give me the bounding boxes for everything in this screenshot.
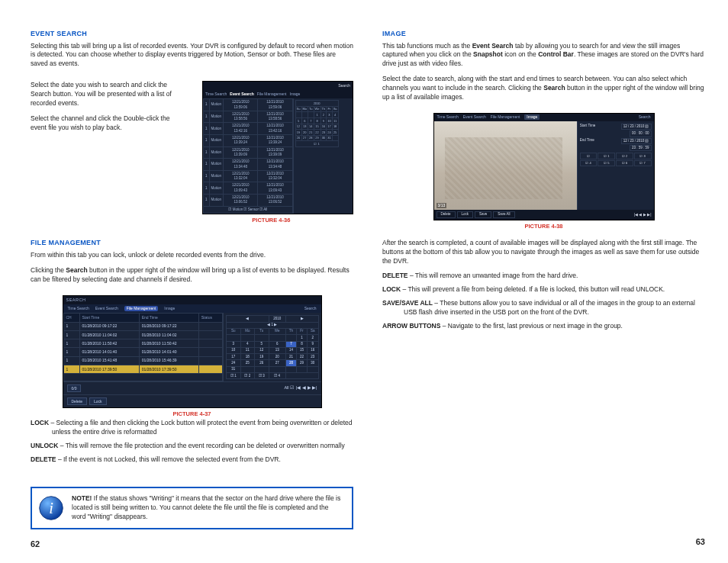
ss37-tab-file: File Management bbox=[124, 306, 159, 311]
ss38-saveall: Save All bbox=[493, 211, 514, 218]
ss36-table: 1Motion12/21/2010 13:59:0612/21/2010 13:… bbox=[203, 98, 293, 214]
note-box: i NOTE! If the status shows "Writing" it… bbox=[31, 487, 353, 529]
file-mgmt-p2: Clicking the Search button in the upper … bbox=[31, 266, 353, 285]
left-column: EVENT SEARCH Selecting this tab will bri… bbox=[31, 29, 353, 548]
ss36-tab-event: Event Search bbox=[230, 92, 254, 97]
ss38-start-label: Start Time bbox=[580, 124, 596, 130]
def-arrow-r: ARROW BUTTONS – Navigate to the first, l… bbox=[382, 322, 705, 331]
info-icon: i bbox=[38, 495, 64, 521]
ss36-tab-file: File Management bbox=[257, 92, 287, 97]
ss38-end-time: 23 : 59 : 59 bbox=[630, 145, 652, 151]
image-p2: Select the date to search, along with th… bbox=[382, 75, 705, 102]
screenshot-4-37: SEARCH Time Search Event Search File Man… bbox=[63, 295, 322, 409]
page-number-left: 62 bbox=[31, 529, 353, 550]
screenshot-4-36: Search Time Search Event Search File Man… bbox=[202, 81, 353, 214]
heading-event-search: EVENT SEARCH bbox=[31, 29, 353, 39]
def-unlock: UNLOCK – This will remove the file prote… bbox=[31, 442, 353, 451]
ss38-footer: Delete Lock Save Save All |◀ ◀ ▶ ▶| bbox=[434, 210, 654, 220]
ss38-channels: ☑☑ 1☑ 2☑ 3 ☑ 4☑ 5☑ 6☑ 7 bbox=[580, 153, 652, 166]
ss38-lock: Lock bbox=[457, 211, 474, 218]
ss38-save: Save bbox=[475, 211, 491, 218]
ss38-side: Start Time12 / 23 / 2010 ▧ 00 : 00 : 00 … bbox=[577, 121, 654, 210]
figure-4-36-text: Select the date you wish to search and c… bbox=[31, 81, 180, 138]
right-column: IMAGE This tab functions much as the Eve… bbox=[382, 29, 705, 548]
ss37-tabs: Time Search Event Search File Management… bbox=[63, 304, 321, 313]
figure-4-37-wrap: SEARCH Time Search Event Search File Man… bbox=[31, 291, 353, 419]
ss38-tab-time: Time Search bbox=[437, 114, 459, 120]
ss37-nav: |◀ ◀ ▶ ▶| bbox=[296, 385, 317, 391]
ss37-search: Search bbox=[304, 306, 317, 311]
ss38-counter: 3/13 bbox=[436, 203, 447, 208]
caption-4-36: PICTURE 4-36 bbox=[189, 217, 353, 225]
ss36-tab-image: Image bbox=[290, 92, 301, 97]
ss38-nav: |◀ ◀ ▶ ▶| bbox=[634, 212, 652, 217]
ss37-table: CHStart TimeEnd TimeStatus 101/28/2010 0… bbox=[63, 313, 224, 381]
heading-file-management: FILE MANAGEMENT bbox=[31, 238, 353, 248]
ss37-tab-time: Time Search bbox=[68, 306, 89, 311]
ss36-search: Search bbox=[338, 83, 350, 88]
ss37-header: SEARCH bbox=[63, 296, 321, 305]
ss38-tab-event: Event Search bbox=[463, 114, 486, 120]
ss38-end-label: End Time bbox=[580, 138, 594, 144]
ss37-footer: 0/0 All ☑ |◀ ◀ ▶ ▶| bbox=[63, 381, 321, 394]
ss37-page: 0/0 bbox=[67, 384, 82, 392]
ss37-footer2: Delete Lock bbox=[63, 394, 321, 407]
ss38-start-date: 12 / 23 / 2010 ▧ bbox=[621, 124, 652, 130]
ss36-tabs: Time Search Event Search File Management… bbox=[203, 90, 353, 98]
ss37-side: ◀2010▶ ◀ 1 ▶ SuMoTuWeThFrSa 12 3456789 1… bbox=[223, 313, 321, 381]
ss38-preview-image: 3/13 bbox=[434, 121, 577, 210]
figure-4-36-wrap: Search Time Search Event Search File Man… bbox=[189, 81, 353, 224]
ss37-all: All ☑ bbox=[284, 385, 294, 391]
ss38-delete: Delete bbox=[436, 211, 456, 218]
ss38-tabs: Time Search Event Search File Management… bbox=[434, 114, 654, 121]
heading-image: IMAGE bbox=[382, 29, 705, 39]
def-lock-r: LOCK – This will prevent a file from bei… bbox=[382, 285, 705, 294]
caption-4-38: PICTURE 4-38 bbox=[382, 223, 705, 231]
caption-4-37: PICTURE 4-37 bbox=[31, 410, 353, 419]
event-search-p1: Selecting this tab will bring up a list … bbox=[31, 42, 353, 69]
ss37-tab-image: Image bbox=[164, 306, 175, 311]
page-number-right: 63 bbox=[382, 527, 705, 548]
def-delete-r: DELETE – This will remove an unwanted im… bbox=[382, 272, 705, 281]
ss37-delete: Delete bbox=[67, 397, 87, 405]
ss38-end-date: 12 / 23 / 2010 ▧ bbox=[621, 138, 652, 144]
file-mgmt-p1: From within this tab you can lock, unloc… bbox=[31, 251, 353, 260]
ss38-tab-file: File Management bbox=[491, 114, 520, 120]
ss38-start-time: 00 : 00 : 00 bbox=[630, 130, 652, 137]
figure-4-38-wrap: Time Search Event Search File Management… bbox=[382, 108, 705, 231]
image-after: After the search is completed, a count o… bbox=[382, 239, 705, 266]
svg-text:i: i bbox=[49, 500, 53, 516]
ss37-lock: Lock bbox=[89, 397, 107, 405]
event-search-p2: Select the date you wish to search and c… bbox=[31, 81, 180, 108]
def-save-r: SAVE/SAVE ALL – These buttons allow you … bbox=[382, 299, 705, 317]
ss37-tab-event: Event Search bbox=[95, 306, 118, 311]
figure-4-36-row: Select the date you wish to search and c… bbox=[31, 81, 353, 224]
ss38-search: Search bbox=[639, 114, 651, 120]
def-delete: DELETE – If the event is not Locked, thi… bbox=[31, 455, 353, 465]
ss38-tab-image: Image bbox=[524, 114, 540, 120]
note-text: NOTE! If the status shows "Writing" it m… bbox=[72, 494, 344, 522]
screenshot-4-38: Time Search Event Search File Management… bbox=[433, 113, 655, 220]
image-p1: This tab functions much as the Event Sea… bbox=[382, 42, 705, 69]
ss36-side: 2010 SuMoTuWeThFrSa 1234 567891011 12131… bbox=[293, 98, 353, 214]
event-search-p3: Select the channel and click the Double-… bbox=[31, 114, 180, 133]
ss36-tab-time: Time Search bbox=[205, 92, 227, 97]
def-lock: LOCK – Selecting a file and then clickin… bbox=[31, 419, 353, 437]
